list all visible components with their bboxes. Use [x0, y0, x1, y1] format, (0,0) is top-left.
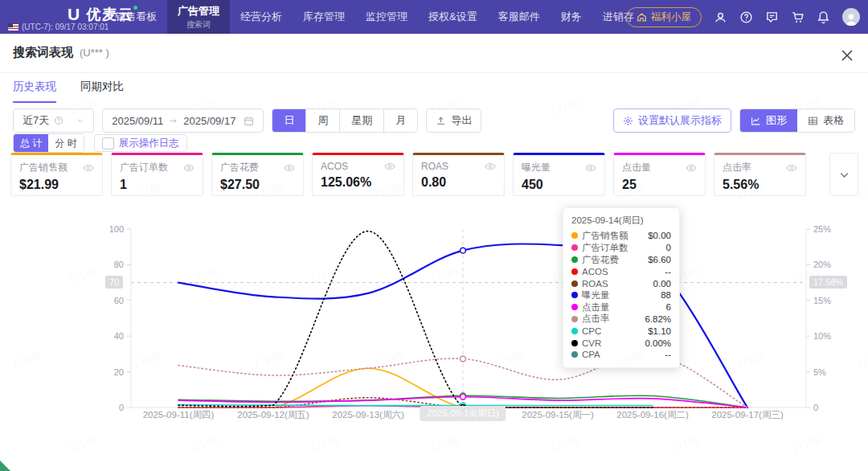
set-default-metrics-button[interactable]: 设置默认展示指标	[613, 109, 731, 133]
show-operation-log-checkbox[interactable]	[102, 137, 114, 149]
metric-value: 0.80	[421, 175, 496, 190]
x-axis-label-3: 2025-09-14(周日)	[420, 406, 506, 421]
tooltip-row: 广告销售额 $0.00	[571, 230, 671, 242]
house-icon	[637, 12, 647, 23]
granularity-month-button[interactable]: 月	[383, 109, 417, 132]
tab-bar: 历史表现 同期对比	[13, 80, 124, 103]
eye-icon[interactable]	[786, 162, 797, 174]
eye-icon[interactable]	[686, 162, 697, 174]
right-axis-hover-badge: 17.58%	[809, 276, 847, 289]
metric-card[interactable]: 广告销售额 $21.99	[10, 153, 103, 196]
series-color-dot	[571, 340, 578, 346]
line-chart-icon	[751, 116, 761, 126]
tab-period-comparison[interactable]: 同期对比	[80, 80, 124, 103]
granularity-weekday-button[interactable]: 星期	[339, 109, 383, 132]
range-preset-select[interactable]: 近7天	[13, 109, 94, 133]
eye-icon[interactable]	[183, 162, 194, 174]
metric-value: 1	[120, 178, 194, 192]
arrow-right-icon	[168, 117, 178, 125]
eye-icon[interactable]	[284, 162, 295, 174]
person-icon	[844, 11, 858, 26]
series-color-dot	[571, 328, 578, 334]
welfare-house-button[interactable]: 福利小屋	[626, 7, 702, 27]
notification-bell-icon[interactable]	[817, 10, 830, 24]
main-menu: 销售看板 广告管理 搜索词 经营分析 库存管理 监控管理 授权&设置 客服邮件 …	[104, 0, 645, 34]
nav-item-3[interactable]: 库存管理	[293, 0, 355, 34]
svg-text:25%: 25%	[813, 224, 831, 234]
nav-item-2[interactable]: 经营分析	[230, 0, 293, 34]
export-icon	[436, 116, 446, 126]
trend-chart[interactable]: 02040608010005%10%15%20%25% 70 17.58% 20…	[0, 201, 868, 442]
series-color-dot	[571, 351, 578, 358]
svg-text:40: 40	[114, 331, 124, 341]
tooltip-row: 点击量 6	[571, 301, 671, 313]
svg-text:60: 60	[114, 296, 124, 305]
eye-icon[interactable]	[384, 161, 395, 172]
export-button[interactable]: 导出	[426, 109, 481, 133]
metric-label: 点击率	[723, 161, 751, 174]
series-color-dot	[571, 292, 578, 298]
show-operation-log-toggle[interactable]: 展示操作日志	[94, 134, 187, 152]
feedback-icon[interactable]	[765, 10, 779, 24]
chevron-down-icon	[838, 169, 850, 181]
nav-item-1[interactable]: 广告管理 搜索词	[167, 0, 230, 34]
timezone-clock: (UTC-7): 09/17 03:07:01	[8, 23, 108, 31]
support-icon[interactable]	[714, 10, 727, 24]
nav-subitem[interactable]: 搜索词	[186, 19, 211, 31]
view-table-button[interactable]: 表格	[797, 109, 854, 132]
calendar-icon	[244, 116, 254, 126]
metric-card[interactable]: 曝光量 450	[513, 153, 605, 196]
nav-item-4[interactable]: 监控管理	[355, 0, 418, 34]
nav-item-5[interactable]: 授权&设置	[418, 0, 488, 34]
svg-text:0: 0	[119, 403, 124, 412]
svg-text:20: 20	[114, 367, 124, 377]
left-axis-hover-badge: 70	[105, 276, 123, 289]
granularity-day-button[interactable]: 日	[272, 109, 305, 132]
close-icon[interactable]	[841, 49, 854, 62]
metric-value: 25	[622, 178, 697, 192]
metric-card[interactable]: 点击率 5.56%	[714, 153, 806, 196]
divider	[0, 72, 868, 73]
help-icon[interactable]	[739, 10, 753, 24]
series-color-dot	[571, 304, 578, 310]
hourly-button[interactable]: 分 时	[48, 134, 83, 152]
page-title: 搜索词表现	[13, 45, 73, 60]
svg-text:15%: 15%	[813, 296, 831, 305]
series-color-dot	[571, 281, 578, 287]
metric-card[interactable]: 广告订单数 1	[111, 153, 203, 196]
nav-item-6[interactable]: 客服邮件	[488, 0, 551, 34]
avatar[interactable]	[842, 8, 860, 26]
total-button[interactable]: 总 计	[14, 134, 48, 152]
date-range-picker[interactable]: 2025/09/11 2025/09/17	[102, 109, 264, 133]
eye-icon[interactable]	[83, 162, 94, 174]
metric-card[interactable]: 点击量 25	[613, 153, 706, 196]
eye-icon[interactable]	[485, 161, 496, 172]
expand-cards-button[interactable]	[829, 153, 858, 196]
tooltip-row: CVR 0.00%	[571, 337, 671, 349]
metric-label: ROAS	[421, 161, 448, 172]
tooltip-row: ROAS 0.00	[571, 277, 671, 289]
x-axis-label-5: 2025-09-16(周二)	[616, 409, 688, 421]
series-color-dot	[571, 316, 578, 322]
metric-card[interactable]: 广告花费 $27.50	[211, 153, 304, 196]
metric-card[interactable]: ROAS 0.80	[412, 153, 505, 196]
tab-history-performance[interactable]: 历史表现	[13, 80, 56, 103]
metric-label: 广告订单数	[120, 161, 168, 174]
metric-value: 450	[522, 178, 596, 192]
view-chart-button[interactable]: 图形	[740, 109, 797, 132]
page-subtitle: (U*** )	[80, 47, 109, 59]
nav-item-0[interactable]: 销售看板	[104, 0, 167, 34]
cart-icon[interactable]	[791, 10, 805, 24]
us-flag-icon	[8, 23, 18, 31]
svg-text:80: 80	[114, 260, 124, 269]
series-color-dot	[571, 256, 578, 263]
granularity-week-button[interactable]: 周	[305, 109, 339, 132]
metric-label: 点击量	[622, 161, 651, 174]
gear-icon	[623, 116, 633, 126]
eye-icon[interactable]	[585, 162, 596, 174]
nav-item-7[interactable]: 财务	[551, 0, 592, 34]
svg-text:20%: 20%	[813, 260, 831, 269]
corner-accent	[0, 461, 10, 471]
total-hourly-toggle: 总 计 分 时	[13, 133, 84, 153]
metric-card[interactable]: ACOS 125.06%	[312, 153, 404, 196]
